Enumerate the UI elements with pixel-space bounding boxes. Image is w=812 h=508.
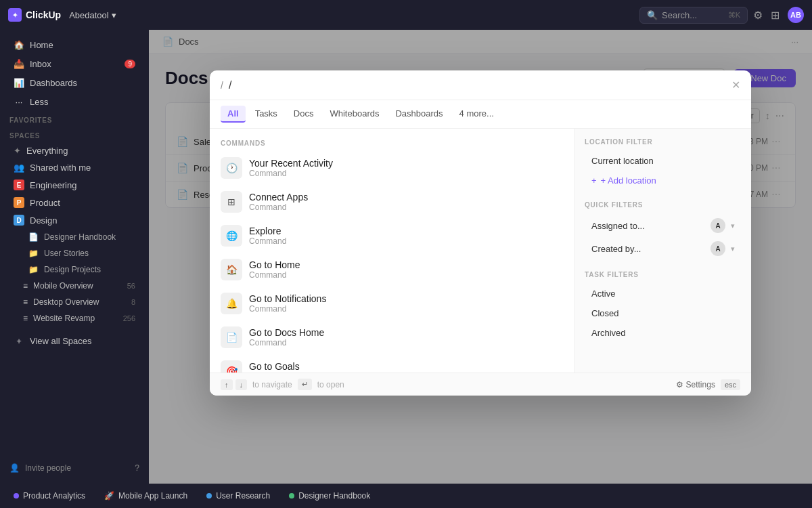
closed-filter[interactable]: Closed	[585, 303, 742, 323]
location-filter-section: LOCATION FILTER Current location + + Add…	[585, 138, 742, 190]
go-notifications-icon: 🔔	[221, 293, 242, 314]
sidebar-item-view-all-spaces[interactable]: + View all Spaces	[4, 332, 145, 350]
sidebar-item-home[interactable]: 🏠 Home	[4, 36, 145, 54]
topbar: ✦ ClickUp Abedatool ▾ 🔍 Search... ⌘K ⚙ ⊞…	[0, 0, 812, 30]
cmd-name: Explore	[249, 226, 286, 236]
cmd-name: Go to Goals	[249, 361, 300, 372]
workspace-selector[interactable]: Abedatool ▾	[69, 10, 116, 20]
sidebar-label-inbox: Inbox	[30, 59, 119, 69]
global-search[interactable]: 🔍 Search... ⌘K	[639, 7, 748, 24]
sidebar-item-product[interactable]: P Product	[4, 194, 145, 211]
folder-icon: 📁	[28, 249, 39, 258]
modal-settings-button[interactable]: ⚙ Settings	[676, 380, 715, 389]
tab-more[interactable]: 4 more...	[453, 106, 501, 123]
everything-label: Everything	[26, 146, 68, 156]
content-area: 📄 Docs ··· Docs 🔍 Search Docs + New Doc	[149, 30, 812, 484]
taskbar-product-analytics[interactable]: Product Analytics	[8, 488, 91, 503]
command-modal: / ✕ All Tasks Docs Whiteboards Dashboard…	[210, 70, 751, 396]
design-dot: D	[14, 215, 24, 226]
app-name: ClickUp	[26, 9, 61, 20]
product-analytics-label: Product Analytics	[23, 491, 85, 501]
sidebar-item-shared[interactable]: 👥 Shared with me	[4, 160, 145, 175]
tab-docs[interactable]: Docs	[287, 106, 321, 123]
tab-dashboards[interactable]: Dashboards	[388, 106, 449, 123]
taskbar-designer-handbook[interactable]: Designer Handbook	[284, 488, 376, 503]
invite-icon: 👤	[9, 463, 20, 473]
product-label: Product	[30, 198, 60, 208]
sidebar-item-desktop-overview[interactable]: ≡ Desktop Overview 8	[4, 295, 145, 310]
command-input[interactable]	[229, 79, 726, 91]
cmd-name: Go to Docs Home	[249, 327, 324, 338]
current-location-item[interactable]: Current location	[585, 151, 742, 171]
add-location-button[interactable]: + + Add location	[585, 171, 742, 190]
sidebar-item-design[interactable]: D Design	[4, 212, 145, 228]
cmd-go-docs-home[interactable]: 📄 Go to Docs Home Command	[210, 320, 574, 354]
archived-filter[interactable]: Archived	[585, 323, 742, 343]
sidebar-footer-invite[interactable]: 👤 Invite people ?	[0, 458, 149, 478]
created-by-filter[interactable]: Created by... A ▾	[585, 237, 742, 260]
esc-key: esc	[721, 379, 740, 390]
doc-icon: 📄	[28, 232, 39, 242]
cmd-sub: Command	[249, 270, 300, 280]
taskbar-user-research[interactable]: User Research	[201, 488, 275, 503]
sidebar-item-everything[interactable]: ✦ Everything	[4, 143, 145, 158]
sidebar-item-less[interactable]: ··· Less	[4, 93, 145, 110]
tab-all[interactable]: All	[221, 106, 246, 123]
cmd-go-goals[interactable]: 🎯 Go to Goals Command	[210, 354, 574, 373]
nav-hint: to navigate	[252, 380, 292, 389]
spaces-label: SPACES	[0, 127, 149, 142]
connect-apps-icon: ⊞	[221, 191, 242, 213]
sidebar-item-designer-handbook[interactable]: 📄 Designer Handbook	[4, 230, 145, 245]
location-filter-label: LOCATION FILTER	[585, 138, 742, 146]
sidebar-item-design-projects[interactable]: 📁 Design Projects	[4, 262, 145, 277]
cmd-text: Go to Goals Command	[249, 361, 300, 373]
favorites-label: FAVORITES	[0, 111, 149, 127]
cmd-recent-activity[interactable]: 🕐 Your Recent Activity Command	[210, 151, 574, 185]
cmd-go-home[interactable]: 🏠 Go to Home Command	[210, 253, 574, 287]
cmd-text: Your Recent Activity Command	[249, 158, 333, 178]
cmd-sub: Command	[249, 169, 333, 178]
tab-tasks[interactable]: Tasks	[248, 106, 284, 123]
closed-label: Closed	[591, 308, 618, 318]
open-hint: to open	[317, 380, 344, 389]
cmd-connect-apps[interactable]: ⊞ Connect Apps Command	[210, 185, 574, 219]
search-icon: 🔍	[647, 10, 658, 20]
created-by-avatar: A	[710, 241, 725, 256]
cmd-text: Explore Command	[249, 226, 286, 246]
sidebar-item-inbox[interactable]: 📥 Inbox 9	[4, 55, 145, 72]
invite-label: Invite people	[25, 463, 71, 473]
user-research-dot	[206, 493, 212, 499]
modal-body: COMMANDS 🕐 Your Recent Activity Command …	[210, 129, 751, 373]
workspace-name: Abedatool	[69, 10, 109, 20]
cmd-sub: Command	[249, 236, 286, 246]
sidebar-item-mobile-overview[interactable]: ≡ Mobile Overview 56	[4, 278, 145, 293]
settings-icon[interactable]: ⚙	[753, 9, 763, 22]
assigned-to-filter[interactable]: Assigned to... A ▾	[585, 214, 742, 237]
quick-filters-section: QUICK FILTERS Assigned to... A ▾ Created…	[585, 201, 742, 260]
modal-commands-panel: COMMANDS 🕐 Your Recent Activity Command …	[210, 129, 575, 373]
cmd-go-notifications[interactable]: 🔔 Go to Notifications Command	[210, 287, 574, 320]
apps-icon[interactable]: ⊞	[771, 9, 780, 22]
go-goals-icon: 🎯	[221, 360, 242, 373]
modal-close-button[interactable]: ✕	[731, 79, 740, 91]
logo-icon: ✦	[8, 8, 22, 22]
tab-whiteboards[interactable]: Whiteboards	[323, 106, 386, 123]
cmd-text: Go to Notifications Command	[249, 293, 326, 314]
sidebar-item-dashboards[interactable]: 📊 Dashboards	[4, 74, 145, 91]
created-by-label: Created by...	[591, 244, 705, 254]
list-icon: ≡	[23, 281, 28, 291]
cmd-explore[interactable]: 🌐 Explore Command	[210, 219, 574, 253]
quick-filters-label: QUICK FILTERS	[585, 201, 742, 209]
inbox-badge: 9	[125, 60, 135, 68]
archived-label: Archived	[591, 328, 626, 338]
sidebar-item-website-revamp[interactable]: ≡ Website Revamp 256	[4, 311, 145, 326]
active-label: Active	[591, 289, 615, 299]
designer-handbook-label: Designer Handbook	[44, 232, 116, 242]
sidebar-item-engineering[interactable]: E Engineering	[4, 177, 145, 193]
taskbar-mobile-app-launch[interactable]: 🚀 Mobile App Launch	[99, 488, 193, 503]
avatar[interactable]: AB	[788, 7, 804, 23]
modal-overlay: / ✕ All Tasks Docs Whiteboards Dashboard…	[149, 30, 812, 484]
cmd-sub: Command	[249, 304, 326, 314]
active-filter[interactable]: Active	[585, 284, 742, 303]
sidebar-item-user-stories[interactable]: 📁 User Stories	[4, 246, 145, 261]
